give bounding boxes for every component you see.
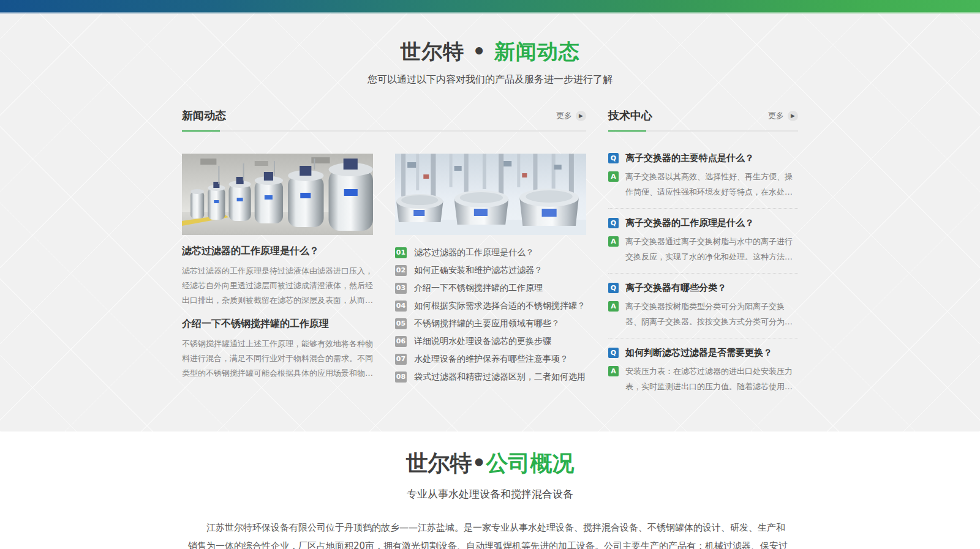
news-more-label: 更多 (556, 110, 572, 121)
article-excerpt-1: 滤芯过滤器的工作原理是待过滤液体由滤器进口压入，经滤芯自外向里透过滤层而被过滤成… (182, 264, 373, 308)
answer-row: A 离子交换器通过离子交换树脂与水中的离子进行交换反应，实现了水的净化和处理。这… (608, 234, 798, 264)
answer-row: A 安装压力表：在滤芯过滤器的进出口处安装压力表，实时监测进出口的压力值。随着滤… (608, 364, 798, 394)
item-number-badge: 04 (395, 301, 407, 312)
brand-name: 世尔特 • (400, 39, 494, 64)
question-text: 离子交换器有哪些分类？ (625, 282, 726, 294)
answer-row: A 离子交换器以其高效、选择性好、再生方便、操作简便、适应性强和环境友好等特点，… (608, 169, 798, 200)
arrow-right-icon: ▶ (788, 111, 798, 121)
q-badge-icon: Q (608, 153, 619, 163)
qa-item: Q 离子交换器的主要特点是什么？ A 离子交换器以其高效、选择性好、再生方便、操… (608, 152, 798, 209)
qa-list: Q 离子交换器的主要特点是什么？ A 离子交换器以其高效、选择性好、再生方便、操… (608, 152, 798, 403)
top-gradient-bar (0, 0, 980, 13)
list-item-text: 水处理设备的维护保养有哪些注意事项？ (414, 354, 568, 365)
question-text: 离子交换器的主要特点是什么？ (625, 152, 754, 164)
q-badge-icon: Q (608, 348, 619, 358)
tech-more-label: 更多 (768, 110, 784, 121)
news-section-subtitle: 您可以通过以下内容对我们的产品及服务进一步进行了解 (0, 73, 980, 86)
news-columns: 滤芯过滤器的工作原理是什么？ 滤芯过滤器的工作原理是待过滤液体由滤器进口压入，经… (182, 154, 586, 386)
item-number-badge: 06 (395, 336, 407, 347)
q-badge-icon: Q (608, 283, 619, 293)
item-number-badge: 08 (395, 372, 407, 383)
list-item[interactable]: 08袋式过滤器和精密过滤器区别，二者如何选用 (395, 368, 586, 386)
brand-name: 世尔特• (405, 450, 486, 476)
a-badge-icon: A (608, 301, 619, 312)
list-item[interactable]: 07水处理设备的维护保养有哪些注意事项？ (395, 350, 586, 368)
a-badge-icon: A (608, 236, 619, 247)
arrow-right-icon: ▶ (576, 111, 586, 121)
news-section-title: 世尔特 • 新闻动态 (0, 38, 980, 66)
article-title-2[interactable]: 介绍一下不锈钢搅拌罐的工作原理 (182, 318, 373, 331)
company-section: 世尔特•公司概况 专业从事水处理设备和搅拌混合设备 江苏世尔特环保设备有限公司位… (0, 431, 980, 549)
question-row[interactable]: Q 离子交换器的主要特点是什么？ (608, 152, 798, 164)
list-item[interactable]: 01滤芯过滤器的工作原理是什么？ (395, 244, 586, 261)
question-row[interactable]: Q 离子交换器的工作原理是什么？ (608, 217, 798, 229)
item-number-badge: 01 (395, 247, 407, 258)
factory-tanks-photo[interactable] (182, 154, 373, 235)
item-number-badge: 03 (395, 283, 407, 294)
item-number-badge: 05 (395, 318, 407, 329)
list-item[interactable]: 03介绍一下不锈钢搅拌罐的工作原理 (395, 279, 586, 297)
company-section-subtitle: 专业从事水处理设备和搅拌混合设备 (0, 487, 980, 501)
answer-text: 离子交换器以其高效、选择性好、再生方便、操作简便、适应性强和环境友好等特点，在水… (625, 169, 798, 200)
three-column-area: 新闻动态 更多 ▶ (182, 107, 798, 411)
news-column-title: 新闻动态 (182, 108, 226, 123)
news-divider-accent (182, 130, 220, 132)
list-item-text: 不锈钢搅拌罐的主要应用领域有哪些？ (414, 318, 560, 329)
list-item-text: 如何正确安装和维护滤芯过滤器？ (414, 265, 543, 276)
qa-item: Q 离子交换器的工作原理是什么？ A 离子交换器通过离子交换树脂与水中的离子进行… (608, 217, 798, 274)
article-title-1[interactable]: 滤芯过滤器的工作原理是什么？ (182, 245, 373, 258)
article-list-column: 01滤芯过滤器的工作原理是什么？ 02如何正确安装和维护滤芯过滤器？ 03介绍一… (395, 154, 586, 386)
item-number-badge: 02 (395, 265, 407, 276)
tech-column-title: 技术中心 (608, 108, 652, 123)
answer-text: 离子交换器按树脂类型分类可分为阳离子交换器、阴离子交换器。按按交换方式分类可分为… (625, 299, 798, 329)
q-badge-icon: Q (608, 218, 619, 228)
question-row[interactable]: Q 如何判断滤芯过滤器是否需要更换？ (608, 347, 798, 359)
news-more-link[interactable]: 更多 ▶ (556, 110, 586, 121)
list-item[interactable]: 06详细说明水处理设备滤芯的更换步骤 (395, 332, 586, 350)
list-item[interactable]: 05不锈钢搅拌罐的主要应用领域有哪些？ (395, 315, 586, 332)
question-text: 离子交换器的工作原理是什么？ (625, 217, 754, 229)
news-section: 世尔特 • 新闻动态 您可以通过以下内容对我们的产品及服务进一步进行了解 新闻动… (0, 13, 980, 431)
a-badge-icon: A (608, 366, 619, 376)
item-number-badge: 07 (395, 354, 407, 365)
list-item[interactable]: 04如何根据实际需求选择合适的不锈钢搅拌罐？ (395, 297, 586, 315)
answer-text: 离子交换器通过离子交换树脂与水中的离子进行交换反应，实现了水的净化和处理。这种方… (625, 234, 798, 264)
tech-center-block: 技术中心 更多 ▶ Q 离子交换器的主要特点是什么？ A 离子交换器以其高效、选… (608, 107, 798, 411)
answer-text: 安装压力表：在滤芯过滤器的进出口处安装压力表，实时监测进出口的压力值。随着滤芯使… (625, 364, 798, 394)
list-item-text: 袋式过滤器和精密过滤器区别，二者如何选用 (414, 372, 586, 383)
list-item-text: 如何根据实际需求选择合适的不锈钢搅拌罐？ (414, 301, 586, 312)
answer-row: A 离子交换器按树脂类型分类可分为阳离子交换器、阴离子交换器。按按交换方式分类可… (608, 299, 798, 329)
qa-item: Q 如何判断滤芯过滤器是否需要更换？ A 安装压力表：在滤芯过滤器的进出口处安装… (608, 347, 798, 403)
a-badge-icon: A (608, 171, 619, 182)
news-divider (182, 130, 586, 132)
company-section-title: 世尔特•公司概况 (0, 449, 980, 479)
question-text: 如何判断滤芯过滤器是否需要更换？ (625, 347, 772, 359)
featured-articles-column: 滤芯过滤器的工作原理是什么？ 滤芯过滤器的工作原理是待过滤液体由滤器进口压入，经… (182, 154, 373, 386)
news-block: 新闻动态 更多 ▶ (182, 107, 586, 411)
article-excerpt-2: 不锈钢搅拌罐通过上述工作原理，能够有效地将各种物料进行混合，满足不同行业对于物料… (182, 337, 373, 381)
company-title-highlight: 公司概况 (486, 450, 575, 476)
tech-divider-accent (608, 130, 646, 132)
tech-column-header: 技术中心 更多 ▶ (608, 107, 798, 124)
qa-item: Q 离子交换器有哪些分类？ A 离子交换器按树脂类型分类可分为阳离子交换器、阴离… (608, 282, 798, 338)
company-intro-paragraph: 江苏世尔特环保设备有限公司位于丹顶鹤的故乡——江苏盐城。是一家专业从事水处理设备… (188, 518, 792, 549)
tech-divider (608, 130, 798, 132)
article-number-list: 01滤芯过滤器的工作原理是什么？ 02如何正确安装和维护滤芯过滤器？ 03介绍一… (395, 244, 586, 386)
news-section-title-highlight: 新闻动态 (494, 39, 580, 64)
tech-more-link[interactable]: 更多 ▶ (768, 110, 798, 121)
list-item[interactable]: 02如何正确安装和维护滤芯过滤器？ (395, 261, 586, 279)
mixing-vessels-photo[interactable] (395, 154, 586, 235)
question-row[interactable]: Q 离子交换器有哪些分类？ (608, 282, 798, 294)
news-column-header: 新闻动态 更多 ▶ (182, 107, 586, 124)
list-item-text: 介绍一下不锈钢搅拌罐的工作原理 (414, 283, 543, 294)
list-item-text: 详细说明水处理设备滤芯的更换步骤 (414, 336, 551, 347)
list-item-text: 滤芯过滤器的工作原理是什么？ (414, 247, 534, 258)
